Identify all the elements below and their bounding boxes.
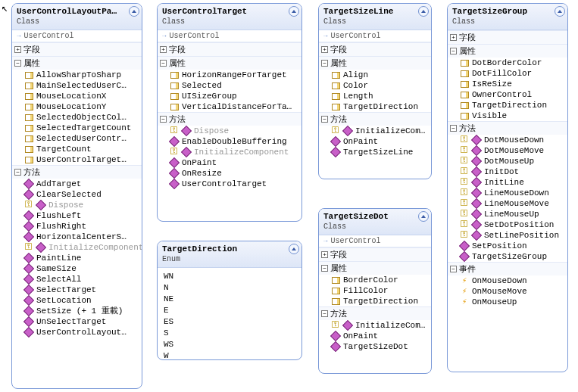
member-row[interactable]: AddTarget [12,179,142,189]
member-row[interactable]: Align [319,70,431,80]
member-row[interactable]: MouseLocationY [12,101,142,112]
member-row[interactable]: DotMouseMove [448,145,567,156]
member-row[interactable]: DotBorderColor [448,58,567,68]
enum-value[interactable]: NE [164,294,295,305]
toggle-icon[interactable]: − [321,310,328,317]
member-row[interactable]: Length [319,91,431,101]
member-row[interactable]: SelectedTargetCount [12,123,142,133]
toggle-icon[interactable]: − [14,169,21,176]
toggle-icon[interactable]: + [14,46,21,53]
member-row[interactable]: InitializeComponent [158,147,301,157]
member-row[interactable]: LineMouseUp [448,209,567,219]
toggle-icon[interactable]: − [321,60,328,67]
member-row[interactable]: TargetCount [12,144,142,154]
section-header[interactable]: +字段 [319,42,431,56]
member-row[interactable]: LineMouseDown [448,188,567,198]
class-header[interactable]: TargetSizeDotClass [319,209,431,235]
enum-value[interactable]: W [164,350,295,360]
member-row[interactable]: Visible [448,110,567,121]
class-header[interactable]: TargetSizeGroupClass [448,4,567,30]
section-header[interactable]: −属性 [319,261,431,275]
collapse-icon[interactable] [555,6,565,17]
member-row[interactable]: FlushRight [12,221,142,232]
member-row[interactable]: DotMouseDown [448,135,567,145]
member-row[interactable]: UserControlTarget… [12,154,142,165]
class-box-tsd[interactable]: TargetSizeDotClass→UserControl+字段−属性Bord… [318,208,432,374]
toggle-icon[interactable]: − [160,60,167,67]
toggle-icon[interactable]: + [160,46,167,53]
member-row[interactable]: EnableDoubleBuffering [158,136,301,147]
member-row[interactable]: SameSize [12,263,142,274]
class-header[interactable]: UserControlTargetClass [158,4,301,30]
member-row[interactable]: SelectedUserContr… [12,133,142,144]
member-row[interactable]: SelectedObjectCol… [12,112,142,123]
section-header[interactable]: −方法 [448,121,567,135]
member-row[interactable]: VerticalDistanceForTa… [158,101,301,112]
section-header[interactable]: −事件 [448,262,567,275]
enum-value[interactable]: WN [164,271,295,282]
member-row[interactable]: BorderColor [319,275,431,285]
member-row[interactable]: PaintLine [12,253,142,263]
member-row[interactable]: IsReSize [448,79,567,89]
member-row[interactable]: OnMouseUp [448,297,567,307]
class-header[interactable]: TargetDirectionEnum [158,241,301,268]
toggle-icon[interactable]: + [450,34,457,41]
member-row[interactable]: InitializeCom… [319,126,431,136]
class-header[interactable]: UserControlLayoutPa…Class [12,4,142,30]
member-row[interactable]: HorizontalCenterS… [12,232,142,242]
member-row[interactable]: InitializeCom… [319,320,431,331]
member-row[interactable]: SetPosition [448,241,567,251]
member-row[interactable]: ClearSelected [12,189,142,200]
section-header[interactable]: −属性 [158,56,301,70]
enum-value[interactable]: WS [164,339,295,350]
section-header[interactable]: −属性 [448,44,567,58]
class-box-uct[interactable]: UserControlTargetClass→UserControl+字段−属性… [157,3,302,222]
class-box-tsl[interactable]: TargetSizeLineClass→UserControl+字段−属性Ali… [318,3,432,179]
member-row[interactable]: OnPaint [158,157,301,168]
toggle-icon[interactable]: − [450,48,457,54]
member-row[interactable]: OnMouseDown [448,275,567,286]
member-row[interactable]: OnMouseMove [448,286,567,297]
member-row[interactable]: SetSize (+ 1 重載) [12,306,142,316]
member-row[interactable]: InitializeComponent [12,242,142,253]
member-row[interactable]: OnPaint [319,136,431,147]
member-row[interactable]: UnSelectTarget [12,316,142,327]
enum-value[interactable]: S [164,328,295,339]
toggle-icon[interactable]: − [450,125,457,132]
member-row[interactable]: TargetSizeDot [319,341,431,352]
toggle-icon[interactable]: + [321,46,328,53]
member-row[interactable]: OnResize [158,168,301,179]
member-row[interactable]: TargetSizeLine [319,147,431,157]
member-row[interactable]: InitDot [448,166,567,177]
member-row[interactable]: MouseLocationX [12,91,142,101]
member-row[interactable]: Dispose [158,126,301,136]
member-row[interactable]: SelectAll [12,274,142,285]
section-header[interactable]: −方法 [319,112,431,126]
member-row[interactable]: LineMouseMove [448,198,567,209]
member-row[interactable]: Selected [158,80,301,91]
member-row[interactable]: OnPaint [319,331,431,341]
member-row[interactable]: SelectTarget [12,285,142,295]
member-row[interactable]: TargetDirection [448,100,567,110]
class-box-td[interactable]: TargetDirectionEnumWNNNEEESSWSW [157,241,302,360]
toggle-icon[interactable]: + [321,251,328,258]
section-header[interactable]: +字段 [158,42,301,56]
member-row[interactable]: TargetDirection [319,296,431,306]
member-row[interactable]: TargetSizeGroup [448,251,567,262]
toggle-icon[interactable]: − [450,266,457,272]
member-row[interactable]: SetLinePosition [448,230,567,241]
toggle-icon[interactable]: − [321,265,328,272]
member-row[interactable]: MainSelectedUserC… [12,80,142,91]
member-row[interactable]: FlushLeft [12,210,142,221]
member-row[interactable]: UserControlTarget [158,179,301,189]
class-box-tsg[interactable]: TargetSizeGroupClass+字段−属性DotBorderColor… [447,3,568,372]
member-row[interactable]: Dispose [12,200,142,210]
collapse-icon[interactable] [418,211,429,222]
member-row[interactable]: SetLocation [12,295,142,306]
section-header[interactable]: −方法 [158,112,301,126]
member-row[interactable]: DotFillColor [448,68,567,79]
member-row[interactable]: DotMouseUp [448,156,567,166]
member-row[interactable]: OwnerControl [448,89,567,100]
collapse-icon[interactable] [418,6,429,17]
enum-value[interactable]: ES [164,316,295,328]
